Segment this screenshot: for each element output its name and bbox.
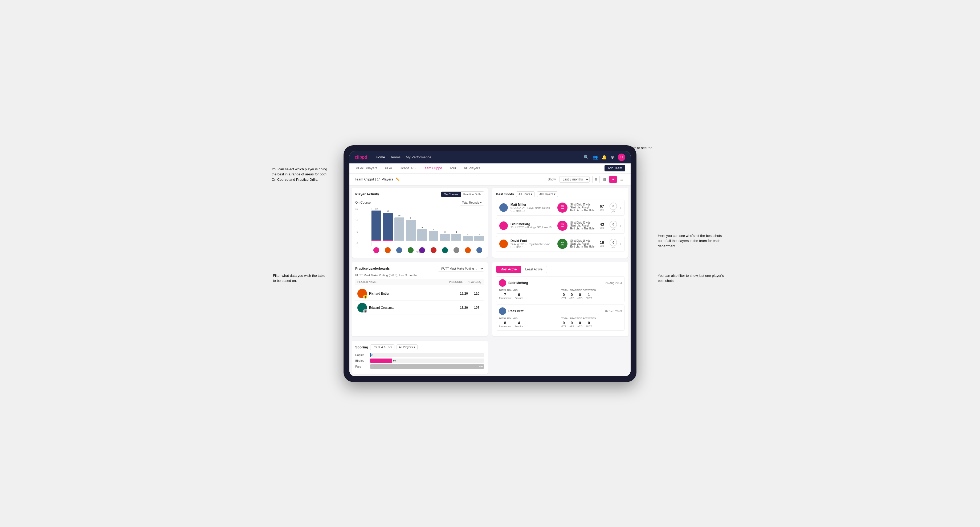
pac-gtt-1: 0 GTT [562, 321, 566, 328]
least-active-tab[interactable]: Least Active [521, 266, 547, 273]
bar-group-3: 9 [406, 217, 416, 241]
bar-group-9: 2 [474, 233, 484, 241]
nav-link-performance[interactable]: My Performance [406, 155, 431, 159]
heart-view-btn[interactable]: ♥ [609, 176, 617, 183]
scoring-filter1[interactable]: Par 3, 4 & 5s ▾ [370, 344, 395, 350]
pac-rounds-title: Total Rounds [499, 289, 559, 291]
pac-tournament-1: 8 Tournament [499, 321, 512, 328]
list-view-btn[interactable]: ☰ [618, 176, 625, 183]
search-icon[interactable]: 🔍 [584, 155, 589, 160]
tab-tour[interactable]: Tour [449, 163, 457, 173]
bar-5 [429, 231, 439, 241]
pac-header-0: Blair McHarg 26 Aug 2023 [499, 279, 622, 287]
bar-value-9: 2 [479, 233, 480, 236]
shot-chevron-0: › [620, 205, 621, 210]
pac-practice-section: Total Practice Activities 0 GTT 0 [562, 289, 622, 300]
tab-all-players[interactable]: All Players [463, 163, 481, 173]
best-shots-title: Best Shots [496, 192, 514, 196]
player-avatar-butler: 1 [357, 289, 367, 298]
bar-value-8: 2 [467, 233, 468, 236]
player-row-0[interactable]: 1 Richard Butler 19/20 110 [355, 287, 484, 301]
pac-tournament: 7 Tournament [499, 292, 512, 300]
pac-arg-1: 0 ARG [578, 321, 583, 328]
nav-link-home[interactable]: Home [376, 155, 385, 159]
tab-hcaps[interactable]: Hcaps 1-5 [399, 163, 417, 173]
shot-player-avatar-1 [499, 221, 508, 230]
shot-player-name-2: David Ford [511, 239, 555, 243]
scoring-label-eagles: Eagles [355, 353, 369, 356]
player-activity-header: Player Activity On Course Practice Drill… [355, 191, 484, 197]
scoring-bar-birdies: 96 [370, 359, 484, 363]
most-active-tab[interactable]: Most Active [496, 266, 521, 273]
users-icon[interactable]: 👥 [593, 155, 598, 160]
on-course-toggle[interactable]: On Course [441, 192, 461, 197]
add-team-button[interactable]: Add Team [605, 165, 625, 171]
bell-icon[interactable]: 🔔 [601, 155, 607, 160]
user-avatar[interactable]: U [618, 154, 625, 161]
shot-badge-1: 200SG [557, 221, 568, 231]
view-icons: ⊞ ▦ ♥ ☰ [592, 176, 625, 183]
shot-card-2[interactable]: David Ford 24 Aug 2023 · Royal North Dev… [496, 236, 625, 252]
edit-icon[interactable]: ✏️ [396, 178, 400, 181]
tab-team-clippd[interactable]: Team Clippd [422, 163, 443, 173]
nav-link-teams[interactable]: Teams [390, 155, 401, 159]
pac-date-1: 02 Sep 2023 [605, 310, 622, 313]
pac-stats-0: Total Rounds 7 Tournament 6 Pr [499, 289, 622, 300]
tab-pgat-players[interactable]: PGAT Players [355, 163, 379, 173]
tablet-frame: clippd Home Teams My Performance 🔍 👥 🔔 ⊕… [344, 145, 636, 382]
most-active-panel: Most Active Least Active Blair McHarg 26… [492, 262, 628, 337]
total-rounds-dropdown[interactable]: Total Rounds ▾ [460, 200, 484, 205]
practice-header: Practice Leaderboards PUTT Must Make Put… [355, 266, 484, 271]
chart-avatar-2 [396, 247, 402, 253]
pac-date-0: 26 Aug 2023 [605, 281, 622, 284]
player-row-1[interactable]: 2 Edward Crossman 18/20 107 [355, 301, 484, 315]
shot-stat-zero-0: 0 yds [609, 203, 617, 213]
all-players-filter[interactable]: All Players ▾ [537, 191, 558, 197]
y-label-15: 15 [355, 208, 359, 210]
y-label-0: 0 [355, 242, 359, 244]
timescale-select[interactable]: Last 3 months Last month Last 6 months T… [559, 176, 590, 183]
activity-card-1: Rees Britt 02 Sep 2023 Total Rounds 8 [496, 305, 625, 330]
pac-stats-1: Total Rounds 8 Tournament 4 Pr [499, 317, 622, 328]
practice-filter-select[interactable]: PUTT Must Make Putting ... [438, 266, 484, 271]
chart-avatar-5 [431, 247, 436, 253]
player-score-butler: 19/20 [458, 292, 469, 295]
scoring-bar-pars: 499 [370, 364, 484, 368]
y-label-5: 5 [355, 230, 359, 233]
shot-stat-0: 67 yds [597, 204, 607, 211]
col-pb-avg: PB AVG SQ [466, 281, 482, 284]
bar-value-2: 10 [398, 214, 401, 217]
shot-details-0: Shot Dist: 67 yds Start Lie: Rough End L… [570, 203, 594, 212]
scoring-filter2[interactable]: All Players ▾ [396, 344, 418, 350]
pac-name-0: Blair McHarg [508, 281, 603, 285]
chart-avatar-8 [465, 247, 471, 253]
bar-3 [406, 220, 416, 241]
activity-card-0: Blair McHarg 26 Aug 2023 Total Rounds 7 [496, 276, 625, 302]
nav-icons: 🔍 👥 🔔 ⊕ U [584, 154, 625, 161]
bar-value-4: 5 [422, 226, 423, 229]
player-avg-butler: 110 [471, 292, 482, 295]
tab-pga[interactable]: PGA [384, 163, 393, 173]
on-course-subtitle: On Course [355, 201, 371, 205]
bar-9 [474, 236, 484, 241]
pac-rounds-values-1: 8 Tournament 4 Practice [499, 321, 559, 328]
scoring-label-pars: Pars [355, 365, 369, 368]
pac-putt: 1 PUTT [586, 292, 592, 300]
bar-6 [440, 234, 450, 241]
grid-large-view-btn[interactable]: ▦ [601, 176, 608, 183]
practice-drills-toggle[interactable]: Practice Drills [461, 192, 484, 197]
tab-bar: PGAT Players PGA Hcaps 1-5 Team Clippd T… [349, 163, 631, 173]
bar-value-0: 13 [375, 208, 378, 210]
chart-avatar-3 [408, 247, 414, 253]
player-name-butler: Richard Butler [369, 292, 457, 295]
shot-card-1[interactable]: Blair McHarg 23 Jul 2023 · Aldridge GC, … [496, 218, 625, 234]
best-shots-panel: Best Shots All Shots ▾ All Players ▾ Mat… [492, 187, 628, 258]
nav-bar: clippd Home Teams My Performance 🔍 👥 🔔 ⊕… [349, 151, 631, 163]
sub-header: Team Clippd | 14 Players ✏️ Show: Last 3… [349, 173, 631, 186]
grid-small-view-btn[interactable]: ⊞ [592, 176, 600, 183]
all-shots-filter[interactable]: All Shots ▾ [516, 191, 535, 197]
plus-circle-icon[interactable]: ⊕ [611, 155, 614, 160]
shot-card-0[interactable]: Matt Miller 09 Jun 2023 · Royal North De… [496, 200, 625, 216]
scoring-value-birdies: 96 [393, 359, 396, 362]
shot-details-2: Shot Dist: 16 yds Start Lie: Rough End L… [570, 239, 594, 248]
